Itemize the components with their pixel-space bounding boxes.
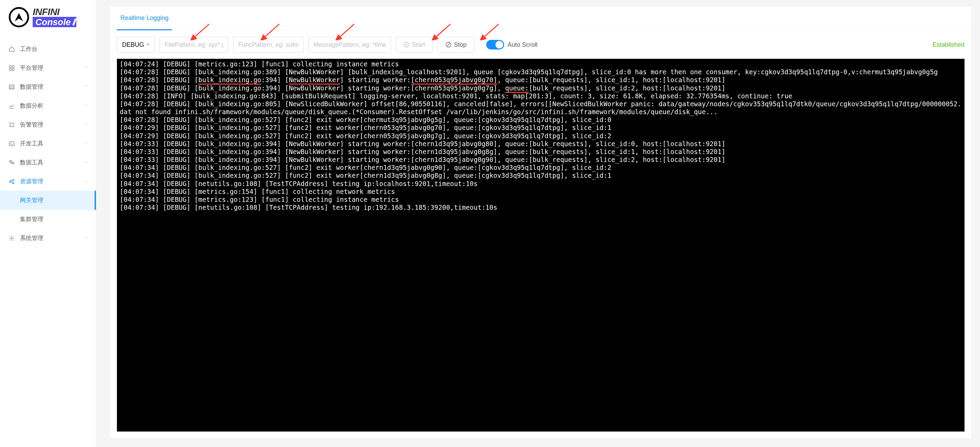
gear-icon [8, 235, 15, 241]
start-label: Start [412, 41, 425, 48]
chevron-down-icon: ﹀ [84, 235, 88, 241]
log-line: [04:07:28] [DEBUG] [bulk_indexing.go:527… [120, 116, 962, 124]
svg-rect-11 [9, 142, 14, 146]
sidebar-item-label: 数据管理 [20, 83, 43, 91]
sidebar-item-label: 资源管理 [20, 177, 43, 185]
sidebar-item-0[interactable]: 工作台 [0, 40, 96, 59]
sidebar-item-4[interactable]: 告警管理﹀ [0, 115, 96, 134]
sidebar-item-1[interactable]: 平台管理﹀ [0, 59, 96, 77]
log-line: [04:07:33] [DEBUG] [bulk_indexing.go:394… [120, 140, 962, 148]
chevron-down-icon: ﹀ [84, 65, 88, 71]
log-level-select[interactable]: DEBUG [117, 37, 155, 52]
svg-line-17 [11, 181, 13, 183]
tabs: Realtime Logging [110, 7, 971, 30]
toolbar: DEBUG Start Stop Auto Scroll [110, 30, 971, 59]
auto-scroll-toggle[interactable] [486, 40, 504, 49]
sidebar-item-7[interactable]: 资源管理︿ [0, 172, 96, 191]
tab-realtime-logging[interactable]: Realtime Logging [117, 7, 172, 30]
sidebar-item-label: 开发工具 [20, 140, 43, 148]
sidebar-item-label: 数据分析 [20, 102, 43, 110]
log-line: [04:07:34] [DEBUG] [metrics.go:154] [fun… [120, 188, 962, 196]
log-line: [04:07:33] [DEBUG] [bulk_indexing.go:394… [120, 156, 962, 164]
svg-rect-3 [9, 68, 11, 70]
start-button[interactable]: Start [396, 37, 433, 52]
list-icon [8, 84, 15, 90]
share-icon [8, 178, 15, 185]
log-line: [04:07:28] [DEBUG] [bulk_indexing.go:394… [120, 84, 962, 92]
stop-icon [445, 42, 451, 48]
sidebar-item-label: 工作台 [20, 45, 38, 53]
log-line: [04:07:33] [DEBUG] [bulk_indexing.go:394… [120, 148, 962, 156]
sidebar-item-label: 系统管理 [20, 234, 43, 242]
chevron-down-icon: ﹀ [84, 141, 88, 146]
auto-scroll-label: Auto Scroll [508, 41, 538, 48]
terminal-icon [8, 141, 15, 147]
log-line: [04:07:28] [INFO] [bulk_indexing.go:843]… [120, 92, 962, 100]
brand-text-2: Console//// [33, 17, 76, 27]
brand-text-1: INFINI [33, 7, 76, 17]
sidebar-item-3[interactable]: 数据分析﹀ [0, 96, 96, 115]
log-line: [04:07:34] [DEBUG] [bulk_indexing.go:527… [120, 172, 962, 180]
main: Realtime Logging DEBUG [96, 0, 980, 447]
nav-menu: 工作台平台管理﹀数据管理﹀数据分析﹀告警管理﹀开发工具﹀数据工具﹀资源管理︿网关… [0, 36, 96, 447]
svg-rect-4 [13, 68, 14, 70]
log-line: [04:07:28] [DEBUG] [bulk_indexing.go:394… [120, 76, 962, 84]
log-line: [04:07:34] [DEBUG] [bulk_indexing.go:527… [120, 164, 962, 172]
sidebar: INFINI Console//// 工作台平台管理﹀数据管理﹀数据分析﹀告警管… [0, 0, 96, 447]
grid-icon [8, 65, 15, 71]
sidebar-subitem-7-0[interactable]: 网关管理 [0, 191, 96, 210]
sidebar-item-8[interactable]: 系统管理﹀ [0, 229, 96, 248]
log-line: [04:07:34] [DEBUG] [metrics.go:123] [fun… [120, 196, 962, 204]
connection-status: Established [932, 41, 964, 48]
alert-icon [8, 122, 15, 128]
home-icon [8, 46, 15, 52]
wrench-icon [8, 159, 15, 166]
svg-line-16 [11, 180, 13, 181]
sidebar-item-6[interactable]: 数据工具﹀ [0, 153, 96, 172]
chevron-up-icon: ︿ [84, 178, 88, 184]
sidebar-item-label: 告警管理 [20, 121, 43, 129]
log-output[interactable]: [04:07:24] [DEBUG] [metrics.go:123] [fun… [117, 59, 964, 431]
log-line: [04:07:24] [DEBUG] [metrics.go:123] [fun… [120, 60, 962, 68]
log-line: [04:07:34] [DEBUG] [netutils.go:108] [Te… [120, 204, 962, 212]
brand-logo-icon [9, 7, 29, 27]
svg-rect-2 [13, 66, 14, 67]
log-line: [04:07:34] [DEBUG] [netutils.go:108] [Te… [120, 180, 962, 188]
content-card: Realtime Logging DEBUG [110, 7, 971, 438]
svg-line-10 [13, 122, 14, 123]
log-line: [04:07:29] [DEBUG] [bulk_indexing.go:527… [120, 132, 962, 140]
log-line: [04:07:29] [DEBUG] [bulk_indexing.go:527… [120, 124, 962, 132]
sidebar-item-label: 数据工具 [20, 159, 43, 166]
brand-logo: INFINI Console//// [0, 0, 96, 36]
stop-button[interactable]: Stop [438, 37, 474, 52]
svg-line-26 [447, 43, 450, 46]
log-line: [04:07:28] [DEBUG] [bulk_indexing.go:389… [120, 68, 962, 76]
sidebar-subitem-7-1[interactable]: 集群管理 [0, 210, 96, 229]
chart-icon [8, 103, 15, 109]
svg-point-18 [11, 237, 13, 239]
svg-rect-5 [9, 85, 14, 89]
func-pattern-input[interactable] [233, 37, 304, 52]
chevron-down-icon: ﹀ [84, 159, 88, 165]
sidebar-item-2[interactable]: 数据管理﹀ [0, 77, 96, 96]
sidebar-item-5[interactable]: 开发工具﹀ [0, 134, 96, 153]
chevron-down-icon: ﹀ [84, 84, 88, 90]
stop-label: Stop [454, 41, 467, 48]
log-line: [04:07:28] [DEBUG] [bulk_indexing.go:805… [120, 100, 962, 116]
file-pattern-input[interactable] [159, 37, 228, 52]
chevron-down-icon: ﹀ [84, 122, 88, 127]
message-pattern-input[interactable] [309, 37, 391, 52]
svg-line-9 [9, 122, 10, 123]
chevron-down-icon: ﹀ [84, 103, 88, 109]
play-icon [404, 42, 409, 48]
svg-rect-1 [9, 66, 11, 67]
sidebar-item-label: 平台管理 [20, 64, 43, 72]
